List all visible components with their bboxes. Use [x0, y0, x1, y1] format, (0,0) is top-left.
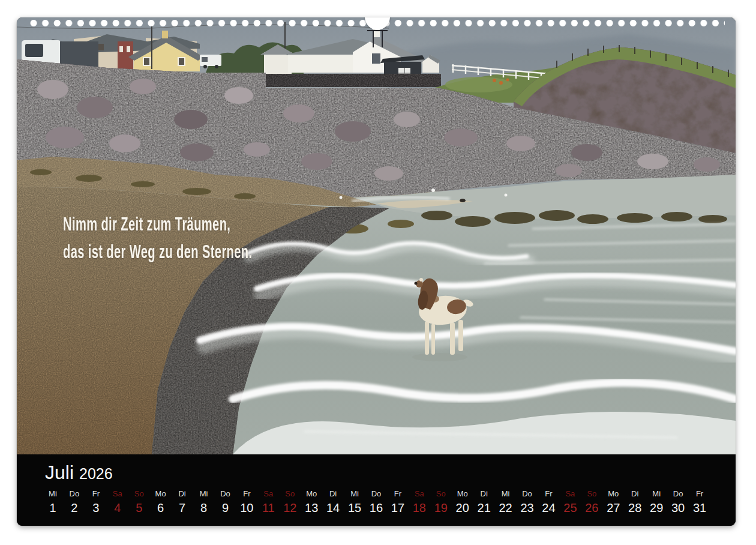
calendar-day: Mo20 [452, 489, 473, 515]
year-label: 2026 [79, 465, 113, 482]
weekday-label: Di [329, 489, 337, 498]
weekday-label: Fr [243, 489, 250, 498]
calendar-day: So19 [430, 489, 452, 515]
weekday-label: So [587, 489, 596, 498]
weekday-label: Mi [49, 489, 57, 498]
date-number: 26 [585, 501, 598, 515]
weekday-label: So [285, 489, 295, 498]
calendar-day: Sa11 [257, 489, 279, 515]
date-number: 25 [563, 501, 577, 515]
weekday-label: Mo [457, 489, 468, 498]
date-number: 1 [49, 501, 56, 515]
weekday-label: Sa [565, 489, 575, 498]
date-number: 9 [222, 501, 229, 515]
calendar-page: Nimm dir Zeit zum Träumen, das ist der W… [17, 17, 736, 526]
dog-nose [415, 282, 418, 285]
date-number: 13 [305, 501, 318, 515]
weekday-label: Di [631, 489, 638, 498]
weekday-label: Mi [652, 489, 661, 498]
date-number: 17 [391, 501, 404, 515]
date-number: 24 [542, 501, 555, 515]
calendar-photo: Nimm dir Zeit zum Träumen, das ist der W… [17, 17, 736, 454]
date-number: 11 [262, 501, 275, 515]
date-number: 12 [283, 501, 296, 515]
calendar-day: Fr24 [538, 489, 560, 515]
calendar-day: So5 [128, 489, 150, 515]
quote-overlay: Nimm dir Zeit zum Träumen, das ist der W… [63, 211, 252, 266]
calendar-day: Mo13 [301, 489, 322, 515]
date-number: 30 [671, 501, 685, 515]
calendar-day: Fr3 [85, 489, 107, 515]
quote-line-1: Nimm dir Zeit zum Träumen, [63, 211, 252, 238]
calendar-day: Mi1 [42, 489, 64, 515]
calendar-day: Mo27 [602, 489, 624, 515]
calendar-day: Sa25 [559, 489, 581, 515]
date-number: 16 [370, 501, 383, 515]
date-number: 3 [92, 501, 99, 515]
calendar-day: Mi22 [495, 489, 517, 515]
calendar-day: Fr31 [689, 489, 710, 515]
calendar-day: So26 [581, 489, 602, 515]
weekday-label: Mi [200, 489, 208, 498]
weekday-label: Do [220, 489, 230, 498]
calendar-day: Do30 [667, 489, 689, 515]
calendar-day: Fr10 [236, 489, 257, 515]
calendar-day: Mo6 [150, 489, 172, 515]
date-number: 20 [456, 501, 469, 515]
weekday-label: Mi [350, 489, 359, 498]
calendar-day: Do23 [517, 489, 538, 515]
date-number: 8 [200, 501, 207, 515]
weekday-label: Fr [394, 489, 401, 498]
weekday-label: Fr [696, 489, 703, 498]
date-number: 31 [693, 501, 706, 515]
weekday-label: Sa [263, 489, 273, 498]
weekday-label: Mo [608, 489, 619, 498]
weekday-label: So [134, 489, 144, 498]
date-number: 5 [136, 501, 142, 515]
small-animal [460, 199, 466, 202]
calendar-day: Sa18 [409, 489, 430, 515]
weekday-label: Do [371, 489, 382, 498]
quote-line-2: das ist der Weg zu den Sternen. [63, 238, 252, 266]
weekday-label: Di [178, 489, 185, 498]
calendar-product-shot: Nimm dir Zeit zum Träumen, das ist der W… [0, 0, 756, 545]
calendar-day: Mi29 [646, 489, 667, 515]
calendar-day: Di14 [322, 489, 344, 515]
weekday-label: Sa [415, 489, 424, 498]
calendar-day: Mi8 [193, 489, 215, 515]
calendar-day: Do2 [64, 489, 85, 515]
weekday-label: Mo [155, 489, 166, 498]
calendar-day: Di7 [172, 489, 193, 515]
date-number: 22 [499, 501, 512, 515]
weekday-label: Mo [306, 489, 317, 498]
calendar-day: Do9 [214, 489, 236, 515]
calendar-day: So12 [279, 489, 301, 515]
date-number: 4 [114, 501, 121, 515]
date-number: 21 [478, 501, 491, 515]
date-number: 27 [607, 501, 620, 515]
date-number: 6 [157, 501, 164, 515]
weekday-label: Mi [502, 489, 510, 498]
month-title: Juli2026 [45, 462, 113, 484]
weekday-label: Do [70, 489, 80, 498]
calendar-day: Do16 [365, 489, 387, 515]
date-number: 29 [650, 501, 663, 515]
calendar-day: Fr17 [387, 489, 409, 515]
weekday-label: Fr [545, 489, 552, 498]
calendar-day: Mi15 [344, 489, 365, 515]
date-number: 23 [520, 501, 533, 515]
date-number: 28 [628, 501, 641, 515]
date-number: 19 [434, 501, 448, 515]
date-number: 2 [71, 501, 77, 515]
day-grid: Mi1Do2Fr3Sa4So5Mo6Di7Mi8Do9Fr10Sa11So12M… [42, 489, 710, 515]
calendar-day: Di28 [624, 489, 646, 515]
date-number: 7 [179, 501, 185, 515]
weekday-label: Do [673, 489, 683, 498]
calendar-day: Sa4 [107, 489, 128, 515]
weekday-label: Di [481, 489, 488, 498]
weekday-label: Do [522, 489, 532, 498]
calendar-day: Di21 [473, 489, 495, 515]
date-number: 14 [326, 501, 340, 515]
date-number: 15 [348, 501, 361, 515]
weekday-label: Fr [92, 489, 100, 498]
